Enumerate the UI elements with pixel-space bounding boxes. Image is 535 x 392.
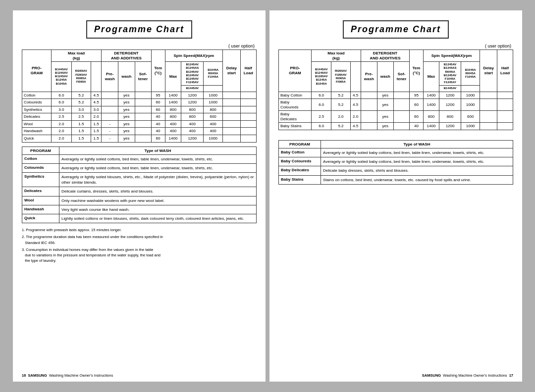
list-item: Coloureds Averagely or lightly soiled co… <box>22 163 257 172</box>
table-row: Baby Cotton 6.05.24.5 yes 95 14001200100… <box>279 92 513 99</box>
header-model1-2: B1445AVB1245AVB1265AVB1245AB1045A <box>312 62 331 92</box>
list-item: Cotton Averagely or lightly soiled cotto… <box>22 154 257 163</box>
header-model2: RI265AVFI265AVRI065AFI065A <box>71 62 91 92</box>
wash-header-type-2: Type of WASH <box>321 141 513 148</box>
header-spin: Spin Speed(MAX)rpm <box>165 50 223 62</box>
programme-table-2: PRO-GRAM Max load(kg) DETERGENTAND ADDIT… <box>278 49 513 130</box>
wash-type-table-1: PROGRAM Type of WASH Cotton Averagely or… <box>22 147 257 224</box>
header-spin-model2: B1045ARI045AF1045A <box>204 62 223 86</box>
table-row: BabyDelicates 2.52.02.0 yes 60 800800600 <box>279 111 513 123</box>
table-row: Handwash 2.01.51.5 -yes 40 400400400 <box>22 128 257 135</box>
header-wash: wash <box>118 62 135 92</box>
page1-footer-text: Washing Machine Owner's Instructions <box>49 373 113 378</box>
list-item: Baby Coloureds Averagely or lightly soil… <box>279 157 513 166</box>
list-item: Baby Cotton Averagely or lightly soiled … <box>279 148 513 157</box>
header-spin-model2-2: B1045ARI045AF1045A <box>461 62 480 86</box>
header-spin-b1445: B1445AV <box>181 86 204 92</box>
header-prewash-2: Pre-wash <box>361 62 377 92</box>
table-row: Delicates 2.52.52.0 yes 40 800800600 <box>22 113 257 121</box>
table-row: Quick 2.01.51.5 -yes 60 140012001000 <box>22 135 257 143</box>
wash-header-program: PROGRAM <box>22 147 59 154</box>
header-softener-2: Sof-tener <box>393 62 409 92</box>
header-half: HalfLoad <box>240 50 256 92</box>
header-model1: B1445AVB1245AVB1245AVB1245AB1045A <box>51 62 71 92</box>
notes-section: 1. Programme with prewash lasts approx. … <box>22 227 257 264</box>
header-model3 <box>91 62 102 92</box>
page1-user-option: ( user option) <box>22 44 257 49</box>
list-item: Baby Stains Stains on cottons, bed lined… <box>279 175 513 184</box>
header-half-2: HalfLoad <box>497 50 513 92</box>
note-3: 3. Consumption in individual homes may d… <box>22 247 257 264</box>
page1-page-number: 16 <box>22 373 26 378</box>
page2-brand: SAMSUNG <box>422 373 441 378</box>
page2-footer: SAMSUNG Washing Machine Owner's Instruct… <box>269 373 522 378</box>
pages-container: Programme Chart ( user option) PRO-GRAM … <box>8 0 527 392</box>
page1-brand: SAMSUNG <box>28 373 47 378</box>
header-temp-2: Tem(°C) <box>410 50 424 92</box>
page1-footer: 16 SAMSUNG Washing Machine Owner's Instr… <box>13 373 266 378</box>
page2-user-option: ( user option) <box>278 44 513 49</box>
header-spin-2: Spin Speed(MAX)rpm <box>423 50 480 62</box>
header-model2-2: RI265AVFI265AVRI065AFI065A <box>331 62 350 92</box>
table-row: Wool 2.01.51.5 -yes 40 400400400 <box>22 120 257 128</box>
header-detergent-2: DETERGENTAND ADDITIVES <box>361 50 409 62</box>
note-2: 2. The programme duration data has been … <box>22 234 257 245</box>
header-spin-model1-2: B1245AVB1245ASRI045AB1245AVF1045AF1245AY <box>439 62 461 86</box>
page-2: Programme Chart ( user option) PRO-GRAM … <box>269 10 522 382</box>
header-maxload-2: Max load(kg) <box>312 50 361 62</box>
header-max-2: Max <box>423 62 439 92</box>
list-item: Wool Only machine washable woolens with … <box>22 196 257 205</box>
header-delay-2: Delaystart <box>480 50 497 92</box>
programme-table-1: PRO-GRAM Max load(kg) DETERGENTAND ADDIT… <box>22 49 257 143</box>
table-row: BabyColoureds 6.05.24.5 yes 60 140012001… <box>279 99 513 111</box>
page2-footer-text: Washing Machine Owner's Instructions <box>443 373 507 378</box>
table-row: Baby Stains 6.05.24.5 yes 40 14001200100… <box>279 123 513 130</box>
header-max: Max <box>165 62 181 92</box>
table-row: Coloureds 6.05.24.5 yes 60 140012001000 <box>22 99 257 106</box>
header-delay: Delaystart <box>223 50 240 92</box>
header-softener: Sof-tener <box>135 62 151 92</box>
header-model3-2 <box>350 62 361 92</box>
page2-page-number: 17 <box>509 373 513 378</box>
header-detergent: DETERGENTAND ADDITIVES <box>102 50 151 62</box>
header-temp: Tem(°C) <box>151 50 165 92</box>
list-item: Quick Lightly soiled cottons or linen bl… <box>22 214 257 223</box>
header-spin-b1445-2: B1445AV <box>439 86 461 92</box>
header-program: PRO-GRAM <box>22 50 52 92</box>
wash-type-table-2: PROGRAM Type of WASH Baby Cotton Average… <box>278 140 513 185</box>
list-item: Delicates Delicate curtains, dresses, sk… <box>22 187 257 196</box>
header-spin-model1: B1245AVB1245ASB1245AVB1245AVB1245AVF1245… <box>181 62 204 86</box>
page1-title: Programme Chart <box>86 20 192 39</box>
list-item: Handwash Very light wash course like han… <box>22 205 257 214</box>
page2-footer-right: SAMSUNG Washing Machine Owner's Instruct… <box>422 373 513 378</box>
note-1: 1. Programme with prewash lasts approx. … <box>22 227 257 233</box>
table-row: Synthetics 3.03.03.0 yes 60 800800800 <box>22 106 257 113</box>
wash-header-type: Type of WASH <box>59 147 257 154</box>
header-program-2: PRO-GRAM <box>279 50 312 92</box>
page1-footer-left: 16 SAMSUNG Washing Machine Owner's Instr… <box>22 373 113 378</box>
header-wash-2: wash <box>377 62 393 92</box>
table-row: Cotton 6.05.24.5 yes 95 140012001000 <box>22 92 257 99</box>
page-1: Programme Chart ( user option) PRO-GRAM … <box>13 10 266 382</box>
list-item: Baby Delicates Delicate baby dresses, sk… <box>279 166 513 175</box>
list-item: Synthetics Averagely or lightly soiled b… <box>22 173 257 187</box>
page2-title: Programme Chart <box>343 20 449 39</box>
wash-header-program-2: PROGRAM <box>279 141 321 148</box>
header-maxload: Max load(kg) <box>51 50 102 62</box>
header-prewash: Pre-wash <box>102 62 118 92</box>
